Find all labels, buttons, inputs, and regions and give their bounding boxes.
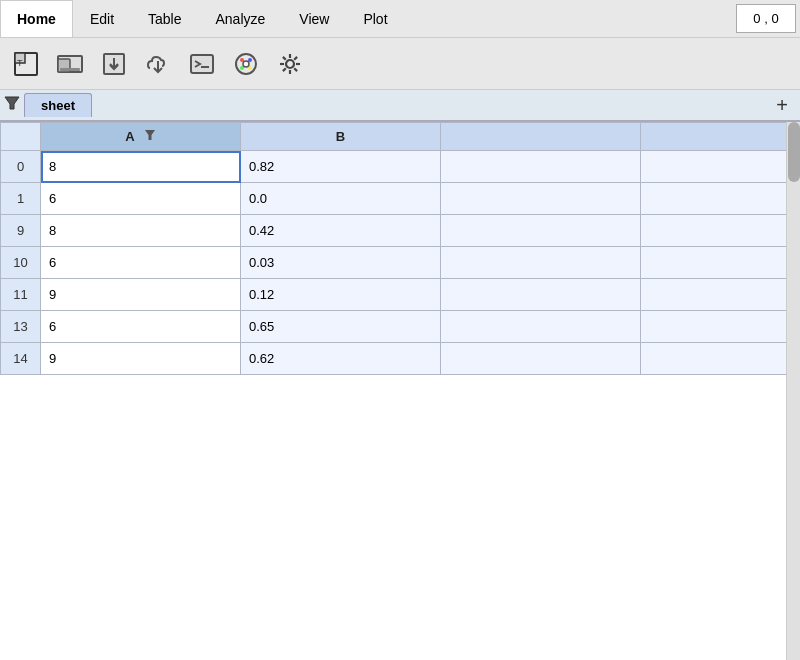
sheet-tab-bar: sheet + <box>0 90 800 122</box>
table-row: 160.0 <box>1 183 787 215</box>
cell-d[interactable] <box>641 215 787 247</box>
cell-c[interactable] <box>441 183 641 215</box>
column-a-filter-icon[interactable] <box>144 129 156 144</box>
svg-point-20 <box>286 60 294 68</box>
cell-b[interactable]: 0.82 <box>241 151 441 183</box>
col-header-d <box>641 123 787 151</box>
svg-line-27 <box>294 56 297 59</box>
row-number: 10 <box>1 247 41 279</box>
palette-btn[interactable] <box>226 44 266 84</box>
cell-c[interactable] <box>441 279 641 311</box>
export-btn[interactable] <box>94 44 134 84</box>
tab-view[interactable]: View <box>282 0 346 37</box>
cell-a[interactable]: 6 <box>41 311 241 343</box>
tab-plot[interactable]: Plot <box>346 0 404 37</box>
cell-a[interactable]: 8 <box>41 215 241 247</box>
scrollbar-thumb[interactable] <box>788 122 800 182</box>
table-row: 1490.62 <box>1 343 787 375</box>
table-area: A B 080.82160.0980.421060.031190.121360.… <box>0 122 800 660</box>
gear-icon <box>276 50 304 78</box>
svg-rect-5 <box>60 68 80 71</box>
cell-c[interactable] <box>441 343 641 375</box>
col-header-c <box>441 123 641 151</box>
row-number: 1 <box>1 183 41 215</box>
cell-d[interactable] <box>641 279 787 311</box>
col-header-b[interactable]: B <box>241 123 441 151</box>
svg-line-28 <box>283 68 286 71</box>
svg-line-25 <box>283 56 286 59</box>
sheet-tab-sheet[interactable]: sheet <box>24 93 92 117</box>
cell-a[interactable]: 8 <box>41 151 241 183</box>
row-number: 11 <box>1 279 41 311</box>
cell-d[interactable] <box>641 151 787 183</box>
filter-icon <box>4 95 20 115</box>
cell-d[interactable] <box>641 311 787 343</box>
row-number: 9 <box>1 215 41 247</box>
cell-a[interactable]: 9 <box>41 279 241 311</box>
row-number: 0 <box>1 151 41 183</box>
vertical-scrollbar[interactable] <box>786 122 800 660</box>
cloud-download-icon <box>144 50 172 78</box>
new-table-btn[interactable]: T <box>6 44 46 84</box>
open-btn[interactable] <box>50 44 90 84</box>
tab-table[interactable]: Table <box>131 0 198 37</box>
cell-b[interactable]: 0.12 <box>241 279 441 311</box>
table-row: 980.42 <box>1 215 787 247</box>
table-row: 1060.03 <box>1 247 787 279</box>
cell-b[interactable]: 0.62 <box>241 343 441 375</box>
coordinates-display: 0 , 0 <box>736 4 796 33</box>
cell-b[interactable]: 0.0 <box>241 183 441 215</box>
cell-b[interactable]: 0.42 <box>241 215 441 247</box>
svg-line-26 <box>294 68 297 71</box>
tab-home[interactable]: Home <box>0 0 73 37</box>
svg-text:T: T <box>17 58 23 68</box>
cell-a[interactable]: 6 <box>41 183 241 215</box>
cell-b[interactable]: 0.65 <box>241 311 441 343</box>
export-icon <box>100 50 128 78</box>
cell-d[interactable] <box>641 183 787 215</box>
cell-c[interactable] <box>441 151 641 183</box>
table-row: 1360.65 <box>1 311 787 343</box>
svg-rect-12 <box>191 55 213 73</box>
terminal-btn[interactable] <box>182 44 222 84</box>
corner-header <box>1 123 41 151</box>
add-sheet-button[interactable]: + <box>768 94 796 117</box>
toolbar: T <box>0 38 800 90</box>
cell-c[interactable] <box>441 247 641 279</box>
row-number: 13 <box>1 311 41 343</box>
svg-point-19 <box>243 61 249 67</box>
cell-d[interactable] <box>641 343 787 375</box>
settings-btn[interactable] <box>270 44 310 84</box>
table-scroll[interactable]: A B 080.82160.0980.421060.031190.121360.… <box>0 122 786 660</box>
data-table: A B 080.82160.0980.421060.031190.121360.… <box>0 122 786 375</box>
download-btn[interactable] <box>138 44 178 84</box>
cell-a[interactable]: 9 <box>41 343 241 375</box>
svg-marker-30 <box>145 130 155 140</box>
cell-c[interactable] <box>441 215 641 247</box>
cell-b[interactable]: 0.03 <box>241 247 441 279</box>
open-icon <box>56 50 84 78</box>
table-row: 1190.12 <box>1 279 787 311</box>
new-table-icon: T <box>12 50 40 78</box>
menu-bar: Home Edit Table Analyze View Plot 0 , 0 <box>0 0 800 38</box>
table-row: 080.82 <box>1 151 787 183</box>
row-number: 14 <box>1 343 41 375</box>
col-header-a[interactable]: A <box>41 123 241 151</box>
tab-edit[interactable]: Edit <box>73 0 131 37</box>
palette-icon <box>232 50 260 78</box>
cell-d[interactable] <box>641 247 787 279</box>
cell-c[interactable] <box>441 311 641 343</box>
terminal-icon <box>188 50 216 78</box>
tab-analyze[interactable]: Analyze <box>199 0 283 37</box>
svg-marker-29 <box>5 97 19 109</box>
cell-a[interactable]: 6 <box>41 247 241 279</box>
